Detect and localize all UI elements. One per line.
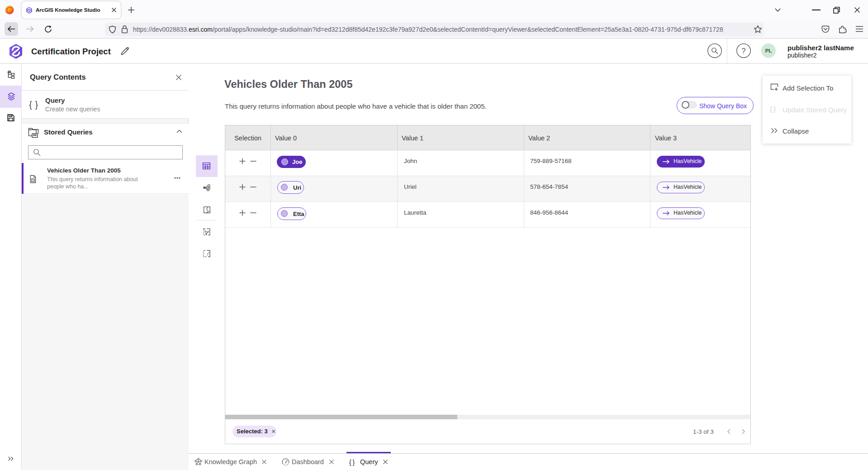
svg-text:?: ? — [742, 47, 746, 55]
